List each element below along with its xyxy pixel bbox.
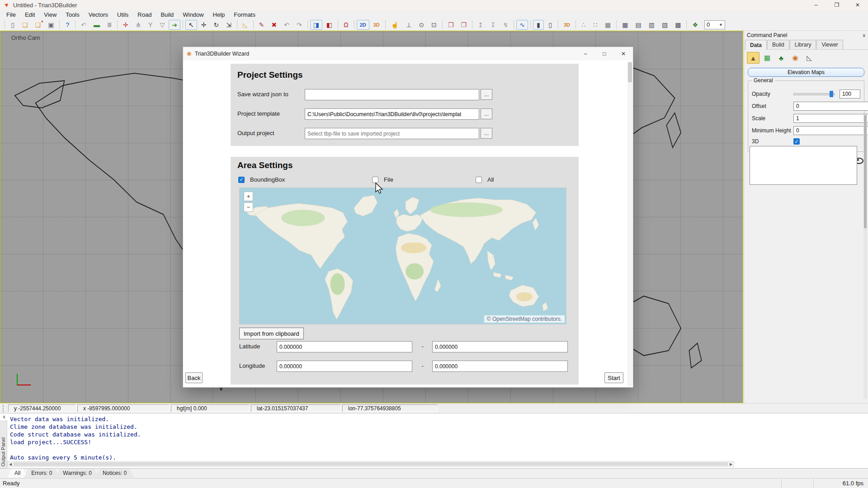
sync-step-icon[interactable]: ↯ <box>500 20 512 30</box>
menu-road[interactable]: Road <box>133 10 156 19</box>
zoom-region-icon[interactable]: ⊡ <box>428 20 440 30</box>
undo-icon[interactable]: ↶ <box>281 20 292 30</box>
menu-vectors[interactable]: Vectors <box>84 10 113 19</box>
export-step-icon[interactable]: ↧ <box>487 20 499 30</box>
road-merge-icon[interactable]: ⋔ <box>132 20 144 30</box>
wizard-scrollbar[interactable] <box>627 61 632 386</box>
output-project-browse-button[interactable]: ... <box>481 128 492 139</box>
open-add-icon[interactable]: ❏ + <box>32 20 44 30</box>
boundingbox-checkbox[interactable]: BoundingBox <box>238 176 285 183</box>
wizard-minimize-button[interactable]: – <box>576 47 595 61</box>
command-panel-scrollbar[interactable] <box>863 114 867 399</box>
scale-icon[interactable]: ⇲ <box>223 20 235 30</box>
import-from-clipboard-button[interactable]: Import from clipboard <box>239 328 304 339</box>
table-cols-icon[interactable]: ▥ <box>646 20 658 30</box>
output-tab-all[interactable]: All <box>7 469 28 478</box>
slope-icon[interactable]: ◺ <box>240 20 251 30</box>
all-checkbox[interactable]: All <box>476 176 494 183</box>
menu-help[interactable]: Help <box>208 10 230 19</box>
longitude-to-input[interactable] <box>432 361 568 372</box>
output-tab-notices[interactable]: Notices: 0 <box>95 469 134 478</box>
menu-view[interactable]: View <box>39 10 61 19</box>
command-panel-close-icon[interactable]: x <box>863 33 866 38</box>
mode-2d-icon[interactable]: 2D <box>357 20 369 30</box>
tiles-icon[interactable]: ▦ <box>602 20 614 30</box>
elevation-maps-section-button[interactable]: Elevation Maps <box>748 68 864 77</box>
cp-tab-build[interactable]: Build <box>767 40 789 49</box>
help-icon[interactable]: ? <box>62 20 73 30</box>
close-button[interactable]: ✕ <box>847 0 868 10</box>
scrollbar-thumb[interactable] <box>14 462 728 466</box>
back-button[interactable]: Back <box>185 372 203 383</box>
wizard-close-button[interactable]: ✕ <box>614 47 633 61</box>
rotate-icon[interactable]: ↻ <box>211 20 222 30</box>
scroll-left-icon[interactable]: ◀ <box>8 462 13 466</box>
table-merge-icon[interactable]: ▩ <box>672 20 684 30</box>
polyline-select-icon[interactable]: ∿ <box>516 20 528 30</box>
opacity-slider[interactable] <box>793 93 835 95</box>
clip-box2-icon[interactable]: ❒ <box>458 20 470 30</box>
menu-tools[interactable]: Tools <box>61 10 84 19</box>
reload-icon[interactable]: ↶ <box>78 20 90 30</box>
output-tab-errors[interactable]: Errors: 0 <box>24 469 59 478</box>
mode-3d-icon[interactable]: 3D <box>370 20 383 30</box>
road-icon[interactable]: ▬ <box>90 20 103 30</box>
guardrail-icon[interactable]: Ⅲ <box>104 20 115 30</box>
file-checkbox[interactable]: File <box>372 176 393 183</box>
exit-edit-icon[interactable]: ◨ <box>310 20 322 30</box>
vegetation-icon[interactable]: ♣ <box>775 52 788 64</box>
terrain-texture-icon[interactable]: ❖ <box>689 20 701 30</box>
minimize-button[interactable]: – <box>806 0 826 10</box>
wizard-scrollbar-thumb[interactable] <box>628 62 632 82</box>
output-project-input[interactable] <box>305 128 479 139</box>
road-export-icon[interactable]: ➔ <box>169 20 180 30</box>
menu-edit[interactable]: Edit <box>20 10 39 19</box>
cylinder-wire-icon[interactable]: ▯ <box>545 20 556 30</box>
scale-input[interactable] <box>793 114 868 123</box>
move-icon[interactable]: ✛ <box>198 20 210 30</box>
import-step-icon[interactable]: ↥ <box>475 20 486 30</box>
latitude-to-input[interactable] <box>432 341 568 352</box>
scroll-right-icon[interactable]: ▶ <box>728 462 734 466</box>
latitude-from-input[interactable] <box>277 341 412 352</box>
menu-build[interactable]: Build <box>156 10 178 19</box>
3d-checkbox[interactable] <box>793 138 800 145</box>
raster-maps-icon[interactable]: ▦ <box>761 52 774 64</box>
offset-input[interactable] <box>793 102 868 111</box>
dots-icon[interactable]: ∴ <box>578 20 589 30</box>
magnet-icon[interactable]: Ω <box>340 20 351 30</box>
elevation-layer-list[interactable] <box>750 146 857 185</box>
area-map[interactable]: + − © OpenStreetMap contributors. <box>239 188 566 324</box>
map-zoom-in-button[interactable]: + <box>244 192 253 201</box>
paint-icon[interactable]: ✎ <box>256 20 268 30</box>
longitude-from-input[interactable] <box>277 361 412 372</box>
menu-utils[interactable]: Utils <box>113 10 133 19</box>
min-height-input[interactable] <box>793 126 868 135</box>
exit-red-icon[interactable]: ◧ <box>323 20 335 30</box>
project-template-input[interactable] <box>305 108 479 120</box>
road-fork-icon[interactable]: Y <box>145 20 156 30</box>
dots-region-icon[interactable]: ∷ <box>590 20 601 30</box>
select-icon[interactable]: ↖ <box>185 20 197 30</box>
map-attribution[interactable]: © OpenStreetMap contributors. <box>484 315 565 323</box>
redo-icon[interactable]: ↷ <box>293 20 305 30</box>
save-json-browse-button[interactable]: ... <box>481 89 492 100</box>
new-file-icon[interactable]: ▯ <box>7 20 18 30</box>
thematic-maps-icon[interactable]: ◉ <box>789 52 802 64</box>
wizard-maximize-button[interactable]: □ <box>595 47 614 61</box>
map-zoom-out-button[interactable]: − <box>244 202 253 212</box>
delete-icon[interactable]: ✖ <box>269 20 280 30</box>
menu-file[interactable]: File <box>2 10 20 19</box>
junction-icon[interactable]: ✛ <box>120 20 132 30</box>
cp-tab-data[interactable]: Data <box>745 40 767 50</box>
output-tab-warnings[interactable]: Warnings: 0 <box>56 469 99 478</box>
tin-icon[interactable]: ◺ <box>803 52 816 64</box>
project-template-browse-button[interactable]: ... <box>481 108 492 119</box>
road-funnel-icon[interactable]: ▽ <box>157 20 168 30</box>
cp-tab-library[interactable]: Library <box>790 40 816 49</box>
output-horizontal-scrollbar[interactable]: ◀ ▶ <box>7 461 734 467</box>
opacity-input[interactable] <box>840 89 860 99</box>
table-icon[interactable]: ▦ <box>619 20 631 30</box>
cp-tab-viewer[interactable]: Viewer <box>816 40 843 49</box>
start-button[interactable]: Start <box>604 372 623 383</box>
